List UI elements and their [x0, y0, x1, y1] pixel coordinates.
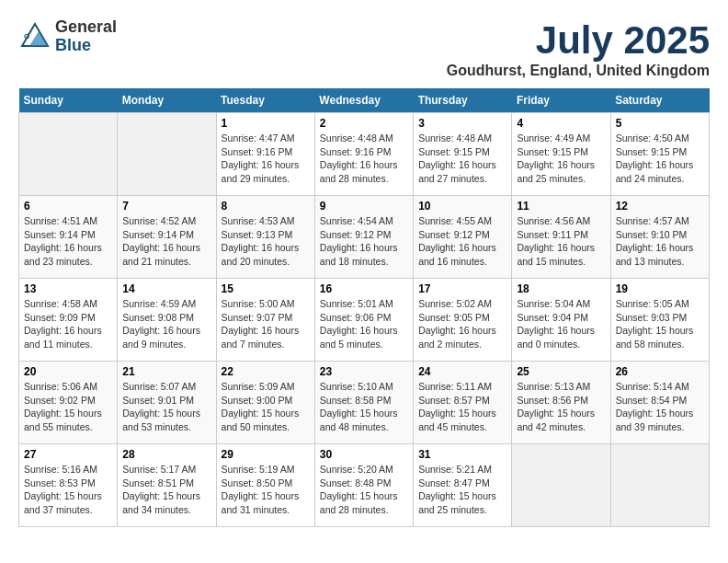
calendar-cell: 26Sunrise: 5:14 AM Sunset: 8:54 PM Dayli…	[610, 362, 709, 444]
calendar-cell: 14Sunrise: 4:59 AM Sunset: 9:08 PM Dayli…	[118, 279, 216, 362]
day-number: 3	[418, 117, 506, 130]
day-number: 5	[616, 117, 704, 130]
day-number: 30	[320, 448, 408, 461]
day-number: 9	[320, 200, 408, 213]
day-number: 31	[418, 448, 506, 461]
page-header: G General Blue July 2025 Goudhurst, Engl…	[18, 18, 710, 79]
day-info: Sunrise: 4:47 AM Sunset: 9:16 PM Dayligh…	[222, 132, 310, 186]
day-info: Sunrise: 4:49 AM Sunset: 9:15 PM Dayligh…	[517, 132, 605, 186]
calendar-table: SundayMondayTuesdayWednesdayThursdayFrid…	[18, 88, 710, 527]
calendar-cell: 24Sunrise: 5:11 AM Sunset: 8:57 PM Dayli…	[414, 362, 512, 444]
calendar-week-row: 6Sunrise: 4:51 AM Sunset: 9:14 PM Daylig…	[19, 196, 710, 279]
day-number: 29	[222, 448, 310, 461]
calendar-header-thursday: Thursday	[414, 88, 512, 113]
day-number: 16	[320, 282, 408, 295]
day-number: 15	[222, 282, 310, 295]
day-number: 11	[517, 200, 605, 213]
calendar-cell: 1Sunrise: 4:47 AM Sunset: 9:16 PM Daylig…	[216, 113, 314, 196]
day-info: Sunrise: 5:11 AM Sunset: 8:57 PM Dayligh…	[418, 380, 506, 434]
day-info: Sunrise: 5:10 AM Sunset: 8:58 PM Dayligh…	[320, 380, 408, 434]
day-number: 22	[222, 365, 310, 378]
day-number: 8	[222, 200, 310, 213]
day-info: Sunrise: 4:53 AM Sunset: 9:13 PM Dayligh…	[222, 214, 310, 269]
day-info: Sunrise: 4:56 AM Sunset: 9:11 PM Dayligh…	[517, 214, 605, 269]
calendar-cell: 22Sunrise: 5:09 AM Sunset: 9:00 PM Dayli…	[216, 362, 314, 444]
day-info: Sunrise: 4:57 AM Sunset: 9:10 PM Dayligh…	[616, 214, 704, 269]
logo-icon: G	[18, 20, 51, 53]
day-info: Sunrise: 4:48 AM Sunset: 9:16 PM Dayligh…	[320, 132, 408, 186]
calendar-header-saturday: Saturday	[610, 88, 709, 113]
day-number: 28	[122, 448, 210, 461]
day-number: 14	[122, 282, 210, 295]
calendar-cell: 16Sunrise: 5:01 AM Sunset: 9:06 PM Dayli…	[314, 279, 413, 362]
day-info: Sunrise: 4:48 AM Sunset: 9:15 PM Dayligh…	[418, 132, 506, 186]
day-number: 13	[24, 282, 112, 295]
calendar-header-tuesday: Tuesday	[216, 88, 314, 113]
day-info: Sunrise: 5:14 AM Sunset: 8:54 PM Dayligh…	[616, 380, 704, 434]
day-info: Sunrise: 5:01 AM Sunset: 9:06 PM Dayligh…	[320, 297, 408, 351]
calendar-cell: 27Sunrise: 5:16 AM Sunset: 8:53 PM Dayli…	[19, 444, 118, 527]
day-info: Sunrise: 4:51 AM Sunset: 9:14 PM Dayligh…	[24, 214, 112, 269]
calendar-cell: 12Sunrise: 4:57 AM Sunset: 9:10 PM Dayli…	[610, 196, 709, 279]
day-number: 18	[517, 282, 605, 295]
calendar-cell: 28Sunrise: 5:17 AM Sunset: 8:51 PM Dayli…	[118, 444, 216, 527]
calendar-cell: 15Sunrise: 5:00 AM Sunset: 9:07 PM Dayli…	[216, 279, 314, 362]
day-number: 21	[122, 365, 210, 378]
calendar-header-sunday: Sunday	[19, 88, 118, 113]
day-number: 23	[320, 365, 408, 378]
day-info: Sunrise: 4:59 AM Sunset: 9:08 PM Dayligh…	[122, 297, 210, 351]
logo-general-label: General	[55, 18, 117, 37]
calendar-cell: 18Sunrise: 5:04 AM Sunset: 9:04 PM Dayli…	[512, 279, 610, 362]
calendar-week-row: 13Sunrise: 4:58 AM Sunset: 9:09 PM Dayli…	[19, 279, 710, 362]
title-section: July 2025 Goudhurst, England, United Kin…	[447, 18, 710, 79]
day-info: Sunrise: 5:07 AM Sunset: 9:01 PM Dayligh…	[122, 380, 210, 434]
day-info: Sunrise: 4:58 AM Sunset: 9:09 PM Dayligh…	[24, 297, 112, 351]
day-info: Sunrise: 5:05 AM Sunset: 9:03 PM Dayligh…	[616, 297, 704, 351]
calendar-cell: 8Sunrise: 4:53 AM Sunset: 9:13 PM Daylig…	[216, 196, 314, 279]
calendar-cell	[19, 113, 118, 196]
calendar-cell: 4Sunrise: 4:49 AM Sunset: 9:15 PM Daylig…	[512, 113, 610, 196]
day-number: 2	[320, 117, 408, 130]
calendar-cell: 13Sunrise: 4:58 AM Sunset: 9:09 PM Dayli…	[19, 279, 118, 362]
calendar-cell: 21Sunrise: 5:07 AM Sunset: 9:01 PM Dayli…	[118, 362, 216, 444]
day-info: Sunrise: 5:19 AM Sunset: 8:50 PM Dayligh…	[222, 463, 310, 517]
calendar-cell: 25Sunrise: 5:13 AM Sunset: 8:56 PM Dayli…	[512, 362, 610, 444]
calendar-week-row: 20Sunrise: 5:06 AM Sunset: 9:02 PM Dayli…	[19, 362, 710, 444]
calendar-header-monday: Monday	[118, 88, 216, 113]
calendar-week-row: 27Sunrise: 5:16 AM Sunset: 8:53 PM Dayli…	[19, 444, 710, 527]
day-number: 20	[24, 365, 112, 378]
logo: G General Blue	[18, 18, 117, 55]
calendar-cell: 7Sunrise: 4:52 AM Sunset: 9:14 PM Daylig…	[118, 196, 216, 279]
day-info: Sunrise: 5:21 AM Sunset: 8:47 PM Dayligh…	[418, 463, 506, 517]
day-number: 26	[616, 365, 704, 378]
day-number: 7	[122, 200, 210, 213]
day-info: Sunrise: 5:09 AM Sunset: 9:00 PM Dayligh…	[222, 380, 310, 434]
calendar-cell	[512, 444, 610, 527]
day-number: 10	[418, 200, 506, 213]
day-info: Sunrise: 5:04 AM Sunset: 9:04 PM Dayligh…	[517, 297, 605, 351]
day-info: Sunrise: 4:50 AM Sunset: 9:15 PM Dayligh…	[616, 132, 704, 186]
svg-text:G: G	[24, 32, 29, 40]
calendar-cell: 9Sunrise: 4:54 AM Sunset: 9:12 PM Daylig…	[314, 196, 413, 279]
day-info: Sunrise: 5:17 AM Sunset: 8:51 PM Dayligh…	[122, 463, 210, 517]
calendar-cell: 3Sunrise: 4:48 AM Sunset: 9:15 PM Daylig…	[414, 113, 512, 196]
day-info: Sunrise: 5:00 AM Sunset: 9:07 PM Dayligh…	[222, 297, 310, 351]
day-number: 27	[24, 448, 112, 461]
day-number: 17	[418, 282, 506, 295]
calendar-cell: 17Sunrise: 5:02 AM Sunset: 9:05 PM Dayli…	[414, 279, 512, 362]
calendar-cell: 30Sunrise: 5:20 AM Sunset: 8:48 PM Dayli…	[314, 444, 413, 527]
day-number: 24	[418, 365, 506, 378]
day-number: 19	[616, 282, 704, 295]
day-info: Sunrise: 4:55 AM Sunset: 9:12 PM Dayligh…	[418, 214, 506, 269]
logo-blue-label: Blue	[55, 37, 117, 55]
day-number: 4	[517, 117, 605, 130]
logo-text: General Blue	[55, 18, 117, 55]
calendar-header-row: SundayMondayTuesdayWednesdayThursdayFrid…	[19, 88, 710, 113]
calendar-cell: 29Sunrise: 5:19 AM Sunset: 8:50 PM Dayli…	[216, 444, 314, 527]
day-number: 6	[24, 200, 112, 213]
calendar-cell: 20Sunrise: 5:06 AM Sunset: 9:02 PM Dayli…	[19, 362, 118, 444]
day-info: Sunrise: 5:02 AM Sunset: 9:05 PM Dayligh…	[418, 297, 506, 351]
day-info: Sunrise: 5:16 AM Sunset: 8:53 PM Dayligh…	[24, 463, 112, 517]
calendar-cell: 5Sunrise: 4:50 AM Sunset: 9:15 PM Daylig…	[610, 113, 709, 196]
day-info: Sunrise: 4:54 AM Sunset: 9:12 PM Dayligh…	[320, 214, 408, 269]
